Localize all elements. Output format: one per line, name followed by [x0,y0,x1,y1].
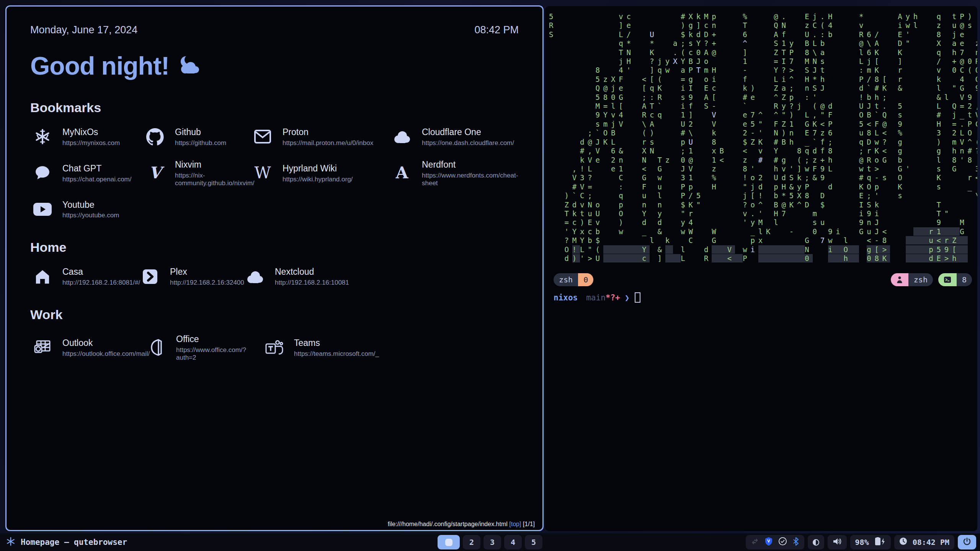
night-light-toggle[interactable] [808,535,824,549]
bookmark-text: Plexhttp://192.168.2.16:32400 [170,266,244,287]
section-title-work: Work [30,307,519,322]
active-window-title: Homepage — qutebrowser [21,538,127,547]
volume-icon [833,537,842,548]
bookmark-url: https://www.office.com/?auth=2 [176,346,264,362]
bookmark-item-nixvim[interactable]: VNixvimhttps://nix-community.github.io/n… [145,159,253,187]
workspace-1-active[interactable] [438,535,460,549]
plex-icon [140,267,160,287]
shield-icon[interactable] [764,537,773,548]
bookmark-item-proton[interactable]: Protonhttps://mail.proton.me/u/0/inbox [253,127,392,147]
date-text: Monday, June 17, 2024 [30,24,137,36]
bookmark-url: https://www.nerdfonts.com/cheat-sheet [422,172,519,187]
greeting-heading: Good night! [30,51,519,80]
bookmark-url: https://mail.proton.me/u/0/inbox [283,139,373,147]
teams-icon [264,337,284,357]
bookmark-url: http://192.168.2.16:32400 [170,279,244,287]
shell-prompt[interactable]: nixos main *?+ ❯ [554,292,640,303]
session-indicator: zsh [891,273,933,286]
section-grid-home: Casahttp://192.168.2.16:8081/#/Plexhttp:… [30,266,519,287]
outlook-icon [33,337,52,357]
bookmark-url: https://teams.microsoft.com/_ [294,350,379,358]
volume-control[interactable] [828,535,847,549]
bookmark-item-youtube[interactable]: Youtubehttps://youtube.com [33,199,145,220]
active-window-title-area: Homepage — qutebrowser [6,537,127,548]
bookmark-item-nerdfont[interactable]: ANerdfonthttps://www.nerdfonts.com/cheat… [392,159,519,187]
bookmark-title: Casa [62,266,140,277]
bookmark-text: Nextcloudhttp://192.168.2.16:10081 [275,266,349,287]
night-light-icon [813,539,819,546]
bookmark-title: Nerdfont [422,159,519,170]
battery-percent: 98% [855,538,869,547]
bookmark-item-mynixos[interactable]: MyNixOshttps://mynixos.com [33,127,145,147]
bookmark-title: Teams [294,337,379,349]
bookmark-url: http://192.168.2.16:10081 [275,279,349,287]
statusbar-tab-count: [1/1] [523,521,535,527]
youtube-icon [33,199,52,219]
qutebrowser-statusbar: file:///home/hadi/.config/startpage/inde… [388,521,535,528]
bookmark-title: Plex [170,266,244,277]
house-icon [33,267,52,287]
clock-icon [899,537,907,547]
bookmark-item-casa[interactable]: Casahttp://192.168.2.16:8081/#/ [33,266,140,287]
bookmark-text: MyNixOshttps://mynixos.com [62,127,120,147]
bookmark-title: Github [175,127,226,138]
bookmark-item-outlook[interactable]: Outlookhttps://outlook.office.com/mail/ [33,334,146,362]
terminal-window[interactable]: 5 vc #XkMp % @. Ej.H * Ayh q tP) R ]e )g… [545,6,977,531]
workspace-2[interactable]: 2 [463,535,480,549]
bookmark-item-nextcloud[interactable]: Nextcloudhttp://192.168.2.16:10081 [245,266,519,287]
user-icon [891,273,908,286]
bookmark-text: Casahttp://192.168.2.16:8081/#/ [62,266,140,287]
bookmark-item-hyprland-wiki[interactable]: WHyprland Wikihttps://wiki.hyprland.org/ [253,159,392,187]
workspace-5[interactable]: 5 [525,535,542,549]
bookmark-item-teams[interactable]: Teamshttps://teams.microsoft.com/_ [264,334,519,362]
tab-zsh[interactable]: zsh 0 [554,273,593,286]
tray-icons-group[interactable] [746,535,804,549]
bookmark-title: MyNixOs [62,127,120,138]
bookmark-url: https://nix-community.github.io/nixvim/ [175,172,255,187]
bookmark-item-plex[interactable]: Plexhttp://192.168.2.16:32400 [140,266,245,287]
session-name: zsh [908,273,933,286]
vim-icon: V [145,163,165,183]
cmatrix-rain: 5 vc #XkMp % @. Ej.H * Ayh q tP) R ]e )g… [549,12,977,263]
battery-charging-icon [874,537,886,548]
github-icon [145,127,165,147]
bookmark-title: Chat GPT [62,163,132,174]
prompt-symbol: ❯ [625,293,630,302]
system-tray-area: 98% 08:42 PM [746,535,976,549]
startpage-sections: BookmarksMyNixOshttps://mynixos.comGithu… [30,100,519,362]
workspace-4[interactable]: 4 [504,535,522,549]
bookmark-item-cloudflare-one[interactable]: Cloudflare Onehttps://one.dash.cloudflar… [392,127,519,147]
bookmark-url: https://one.dash.cloudflare.com/ [422,139,514,147]
bookmark-url: https://wiki.hyprland.org/ [283,176,353,183]
power-button[interactable] [958,535,976,549]
font-icon: A [392,163,412,183]
sync-arrows-icon[interactable] [751,537,759,548]
section-title-bookmarks: Bookmarks [30,100,519,115]
wiki-icon: W [253,163,273,183]
qutebrowser-window[interactable]: Monday, June 17, 2024 08:42 PM Good nigh… [5,5,544,531]
multiplexer-statusbar: zsh 0 zsh 8 [554,273,972,286]
pane-count-indicator: 8 [938,273,972,286]
bookmark-title: Youtube [62,199,119,210]
bookmark-text: Nerdfonthttps://www.nerdfonts.com/cheat-… [422,159,519,187]
nixos-icon [33,127,52,147]
bookmark-item-office[interactable]: Officehttps://www.office.com/?auth=2 [146,334,264,362]
bookmark-text: Githubhttps://github.com [175,127,226,147]
power-icon [963,537,971,548]
bookmark-item-github[interactable]: Githubhttps://github.com [145,127,253,147]
battery-indicator[interactable]: 98% [850,535,891,549]
bluetooth-icon[interactable] [792,537,799,548]
clock-text: 08:42 PM [913,538,949,547]
terminal-icon [938,273,957,286]
section-grid-bookmarks: MyNixOshttps://mynixos.comGithubhttps://… [30,127,519,219]
startpage: Monday, June 17, 2024 08:42 PM Good nigh… [7,7,542,530]
bookmark-item-chat-gpt[interactable]: Chat GPThttps://chat.openai.com/ [33,159,145,187]
clock-widget[interactable]: 08:42 PM [894,535,954,549]
tab-index: 0 [578,273,593,286]
workspace-3[interactable]: 3 [483,535,501,549]
bookmark-text: Nixvimhttps://nix-community.github.io/ni… [175,159,255,187]
bookmark-text: Outlookhttps://outlook.office.com/mail/ [62,337,150,358]
check-circle-icon[interactable] [778,537,787,548]
text-cursor[interactable] [635,292,640,303]
bookmark-text: Protonhttps://mail.proton.me/u/0/inbox [283,127,373,147]
